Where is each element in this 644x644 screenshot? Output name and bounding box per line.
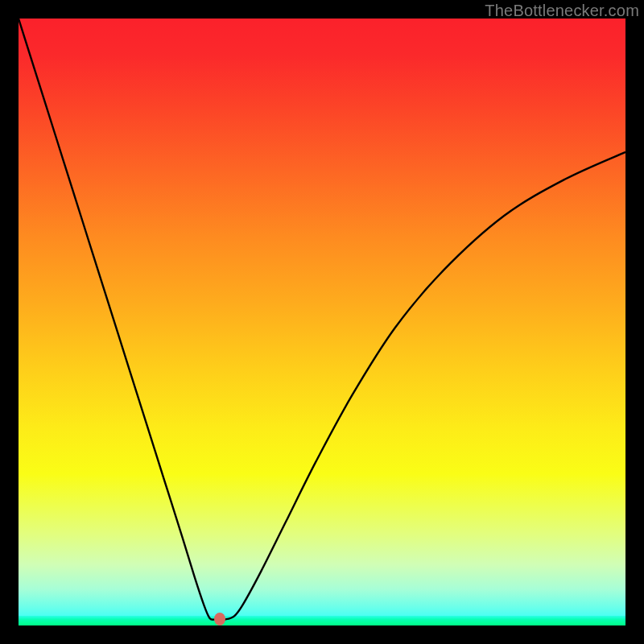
- minimum-marker-dot: [214, 613, 225, 625]
- watermark-text: TheBottlenecker.com: [485, 2, 639, 20]
- bottleneck-curve: [19, 19, 625, 625]
- chart-frame: TheBottlenecker.com: [0, 0, 644, 644]
- plot-area: [19, 19, 625, 625]
